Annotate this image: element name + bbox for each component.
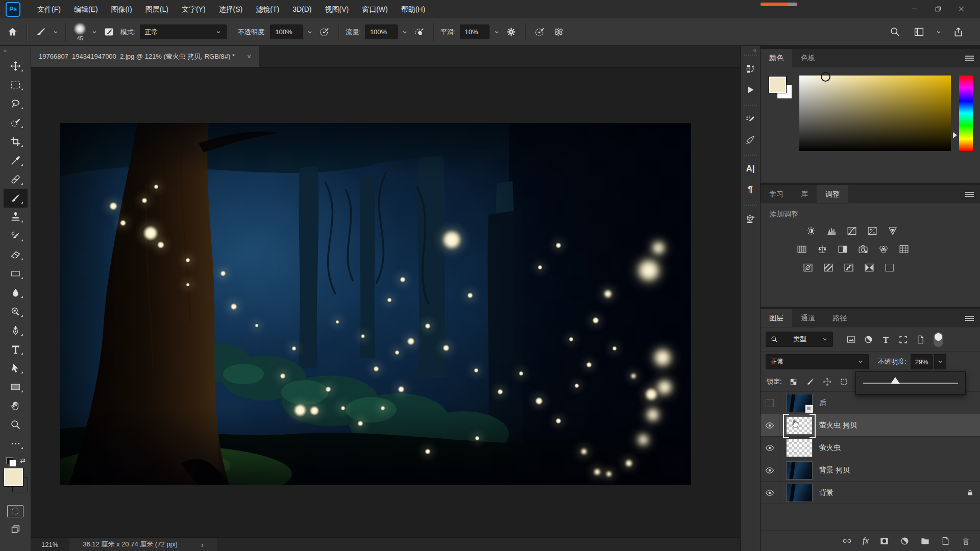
- shape-layer-filter-icon[interactable]: [897, 333, 910, 345]
- layer-row[interactable]: 萤火虫: [761, 437, 980, 459]
- layer-thumbnail[interactable]: [786, 394, 813, 412]
- layer-name[interactable]: 萤火虫 拷贝: [819, 421, 857, 430]
- vibrance-icon[interactable]: [886, 225, 899, 236]
- gradient-map-icon[interactable]: [863, 262, 876, 273]
- chevron-down-icon[interactable]: [307, 29, 313, 35]
- lock-transparency-icon[interactable]: [789, 377, 799, 387]
- adjustment-layer-filter-icon[interactable]: [862, 333, 875, 345]
- tool-eraser[interactable]: [4, 245, 28, 264]
- tool-clone-stamp[interactable]: [4, 208, 28, 227]
- threshold-icon[interactable]: [842, 262, 855, 273]
- close-button[interactable]: [949, 0, 973, 17]
- menu-edit[interactable]: 编辑(E): [67, 0, 105, 18]
- workspace-switcher-icon[interactable]: [912, 27, 926, 37]
- zoom-level[interactable]: 121%: [41, 541, 58, 548]
- share-icon[interactable]: [951, 27, 966, 37]
- screen-mode-button[interactable]: [10, 523, 21, 535]
- chevron-down-icon[interactable]: [402, 29, 408, 35]
- layer-filter-select[interactable]: 类型: [766, 332, 833, 347]
- visibility-toggle[interactable]: [761, 459, 779, 481]
- new-layer-icon[interactable]: [941, 536, 950, 546]
- layer-name[interactable]: 萤火虫: [819, 443, 841, 453]
- tool-more-ellipsis[interactable]: [4, 434, 28, 453]
- pressure-size-icon[interactable]: [532, 27, 547, 37]
- layer-name[interactable]: 背景 拷贝: [819, 466, 850, 475]
- menu-help[interactable]: 帮助(H): [395, 0, 432, 18]
- layer-row[interactable]: 萤火虫 拷贝: [761, 414, 980, 437]
- tool-rectangular-marquee[interactable]: [4, 76, 28, 94]
- photo-filter-icon[interactable]: [856, 243, 870, 255]
- tool-path-selection[interactable]: [4, 359, 28, 378]
- canvas-image[interactable]: [60, 123, 691, 485]
- document-close-icon[interactable]: ×: [247, 53, 251, 61]
- history-panel-icon[interactable]: [741, 58, 760, 79]
- quick-mask-button[interactable]: [7, 505, 23, 517]
- layer-blend-mode-select[interactable]: 正常: [766, 354, 869, 369]
- chevron-down-icon[interactable]: [91, 29, 97, 35]
- expand-panels-chevron[interactable]: ‹‹: [753, 46, 760, 53]
- brightness-contrast-icon[interactable]: [804, 225, 818, 236]
- visibility-toggle[interactable]: [761, 437, 779, 459]
- menu-type[interactable]: 文字(Y): [175, 0, 212, 18]
- tool-move[interactable]: [4, 57, 28, 76]
- opacity-slider-track[interactable]: [863, 383, 958, 384]
- photoshop-logo[interactable]: Ps: [6, 2, 20, 17]
- tab-channels[interactable]: 通道: [792, 309, 824, 327]
- tab-adjustments[interactable]: 调整: [817, 185, 848, 203]
- hue-slider-marker[interactable]: [953, 132, 957, 138]
- layer-name[interactable]: 后: [819, 398, 826, 408]
- character-panel-icon[interactable]: A|: [741, 158, 760, 179]
- actions-panel-icon[interactable]: [741, 79, 760, 100]
- color-picker-circle[interactable]: [821, 72, 830, 82]
- tool-brush[interactable]: [4, 189, 28, 208]
- layer-thumbnail[interactable]: [786, 439, 813, 457]
- brush-tool-icon[interactable]: [34, 27, 48, 37]
- menu-window[interactable]: 窗口(W): [355, 0, 395, 18]
- chevron-down-icon[interactable]: [936, 29, 942, 35]
- properties-panel-icon[interactable]: [741, 208, 760, 229]
- opacity-slider-thumb[interactable]: [891, 377, 900, 384]
- restore-button[interactable]: [926, 0, 949, 17]
- layer-thumbnail[interactable]: [786, 461, 813, 480]
- layer-row[interactable]: 背景: [761, 482, 980, 504]
- tab-color[interactable]: 颜色: [761, 49, 792, 67]
- invert-icon[interactable]: [801, 262, 815, 273]
- tools-collapse-chevron[interactable]: »: [0, 46, 31, 57]
- posterize-icon[interactable]: [822, 262, 835, 273]
- default-swap-colors[interactable]: ⇄: [5, 456, 26, 466]
- tool-pen[interactable]: [4, 321, 28, 340]
- visibility-toggle[interactable]: [761, 392, 779, 414]
- menu-image[interactable]: 图像(I): [105, 0, 139, 18]
- tab-libraries[interactable]: 库: [792, 185, 817, 203]
- foreground-color-swatch[interactable]: [4, 468, 23, 486]
- layer-effects-icon[interactable]: fx: [863, 536, 869, 546]
- add-layer-mask-icon[interactable]: [879, 536, 889, 546]
- smoothing-options-gear-icon[interactable]: [504, 27, 519, 37]
- home-button[interactable]: [5, 27, 20, 37]
- panel-foreground-swatch[interactable]: [769, 77, 786, 93]
- layer-opacity-chevron[interactable]: [934, 354, 946, 369]
- tool-spot-healing-brush[interactable]: [4, 170, 28, 189]
- color-balance-icon[interactable]: [816, 243, 829, 255]
- chevron-down-icon[interactable]: [494, 29, 500, 35]
- filter-toggle-switch[interactable]: [934, 332, 943, 347]
- search-icon[interactable]: [888, 27, 902, 37]
- brush-settings-panel-icon[interactable]: [741, 108, 760, 129]
- pressure-opacity-icon[interactable]: [317, 27, 332, 37]
- new-group-icon[interactable]: [920, 536, 930, 546]
- tab-swatches[interactable]: 色板: [792, 49, 824, 67]
- panel-menu-icon[interactable]: [965, 56, 974, 57]
- smart-object-filter-icon[interactable]: [914, 333, 927, 345]
- smoothing-input[interactable]: 10%: [460, 24, 489, 39]
- panel-menu-icon[interactable]: [965, 316, 974, 317]
- selective-color-icon[interactable]: [883, 262, 896, 273]
- menu-3d[interactable]: 3D(D): [286, 0, 318, 18]
- symmetry-butterfly-icon[interactable]: [551, 27, 566, 37]
- toggle-brush-settings-button[interactable]: [102, 27, 116, 37]
- type-layer-filter-icon[interactable]: [879, 333, 892, 345]
- tool-dodge[interactable]: [4, 302, 28, 321]
- tool-zoom[interactable]: [4, 415, 28, 434]
- link-layers-icon[interactable]: [842, 536, 852, 546]
- lock-position-icon[interactable]: [822, 377, 832, 387]
- chevron-down-icon[interactable]: [53, 29, 59, 35]
